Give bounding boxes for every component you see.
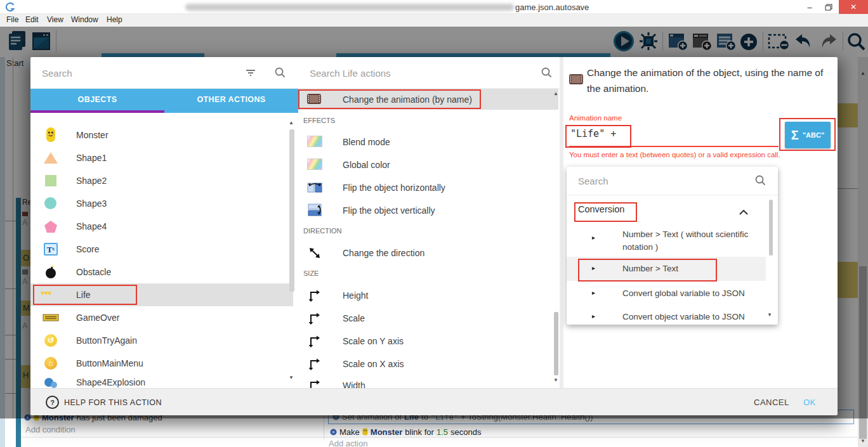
object-row-monster[interactable]: Monster — [30, 124, 293, 146]
action-description: Change the animation of the object, usin… — [587, 65, 836, 96]
blink-text: Make — [339, 427, 360, 437]
action-row-scale-y[interactable]: Scale on Y axis — [298, 330, 553, 353]
expression-search-input[interactable] — [577, 172, 742, 190]
expand-arrow-icon[interactable]: ▸ — [592, 234, 595, 241]
scroll-up-icon[interactable]: ▲ — [289, 120, 294, 126]
object-row-obstacle[interactable]: Obstacle — [30, 261, 293, 283]
action-row-global-color[interactable]: Global color — [298, 153, 553, 176]
close-button[interactable]: ✕ — [839, 0, 868, 14]
ok-button[interactable]: OK — [803, 398, 816, 407]
expression-item-object-json[interactable]: ▸ Convert object variable to JSON — [567, 306, 766, 325]
blink-object: Monster — [371, 427, 403, 437]
expand-arrow-icon[interactable]: ▸ — [592, 313, 595, 320]
menu-bar: File Edit View Window Help — [0, 14, 868, 27]
tab-objects[interactable]: OBJECTS — [30, 89, 164, 110]
add-condition-placeholder[interactable]: Add condition — [25, 425, 76, 434]
circle-icon — [44, 197, 56, 209]
expression-dropdown: Conversion ▸ Number > Text ( without sci… — [567, 167, 778, 325]
restart-button-icon: ↺ — [44, 334, 57, 347]
expression-item-number-text-nosci[interactable]: ▸ Number > Text ( without scientific not… — [567, 224, 766, 257]
global-color-icon — [307, 159, 322, 170]
explosion-icon — [44, 377, 58, 388]
menu-window[interactable]: Window — [71, 15, 98, 24]
action-row-scale-x[interactable]: Scale on X axis — [298, 353, 553, 375]
object-row-shape4explosion[interactable]: Shape4Explosion — [30, 375, 293, 388]
pentagon-icon — [44, 221, 57, 233]
square-icon — [45, 175, 56, 186]
actions-search-bar — [298, 57, 560, 89]
object-row-buttonmainmenu[interactable]: ⌂ ButtonMainMenu — [30, 352, 293, 375]
object-row-shape2[interactable]: Shape2 — [30, 169, 293, 192]
filter-icon[interactable] — [245, 68, 256, 80]
scroll-down-icon[interactable]: ▼ — [767, 313, 772, 318]
minimize-button[interactable]: – — [801, 0, 819, 14]
blink-value: 1.5 — [437, 427, 448, 437]
gameover-icon — [43, 313, 59, 325]
section-header-direction: DIRECTION — [303, 227, 342, 235]
annotation-box-number-text — [578, 259, 717, 282]
blink-text: seconds — [450, 427, 481, 437]
menu-view[interactable]: View — [47, 15, 63, 24]
film-icon — [569, 74, 583, 87]
maximize-button[interactable] — [820, 0, 838, 14]
menu-file[interactable]: File — [6, 15, 18, 24]
objects-search-input[interactable] — [41, 64, 231, 82]
object-row-shape4[interactable]: Shape4 — [30, 215, 293, 238]
menu-edit[interactable]: Edit — [25, 15, 39, 24]
object-row-buttontryagain[interactable]: ↺ ButtonTryAgain — [30, 329, 293, 352]
actions-search-input[interactable] — [308, 64, 518, 82]
blink-action-row[interactable]: Make Monster blink for 1.5 seconds — [330, 426, 481, 437]
objects-scrollbar-thumb[interactable] — [289, 129, 294, 292]
action-icon — [330, 429, 337, 436]
help-button[interactable]: ? HELP FOR THIS ACTION — [46, 389, 162, 415]
cancel-button[interactable]: CANCEL — [754, 398, 789, 407]
expression-item-global-json[interactable]: ▸ Convert global variable to JSON — [567, 282, 766, 305]
add-action-placeholder[interactable]: Add action — [329, 439, 367, 447]
expand-arrow-icon[interactable]: ▸ — [592, 289, 595, 296]
action-row-scale[interactable]: Scale — [298, 307, 553, 330]
resize-icon — [308, 358, 320, 373]
action-row-blend-mode[interactable]: Blend mode — [298, 131, 553, 153]
section-header-size: SIZE — [303, 269, 319, 277]
resize-icon — [308, 335, 320, 350]
tab-other-actions[interactable]: OTHER ACTIONS — [164, 89, 298, 110]
scroll-up-icon[interactable]: ▲ — [553, 91, 558, 96]
action-editor-dialog: OBJECTS OTHER ACTIONS Monster Shape1 Sha… — [30, 57, 838, 415]
blend-mode-icon — [307, 136, 322, 147]
scroll-down-icon[interactable]: ▼ — [553, 378, 558, 383]
object-row-gameover[interactable]: GameOver — [30, 306, 293, 329]
scroll-down-icon[interactable]: ▼ — [860, 439, 865, 444]
parameters-panel: Change the animation of the object, usin… — [563, 57, 838, 388]
objects-search-bar — [30, 57, 298, 89]
search-icon[interactable] — [541, 67, 553, 81]
action-row-flip-vertical[interactable]: Flip the object vertically — [298, 199, 553, 222]
resize-icon — [308, 379, 320, 388]
action-row-flip-horizontal[interactable]: Flip the object horizontally — [298, 176, 553, 199]
home-button-icon: ⌂ — [44, 357, 57, 370]
direction-arrow-icon — [308, 247, 321, 262]
object-row-score[interactable]: Tx Score — [30, 238, 293, 261]
flip-horizontal-icon — [307, 181, 322, 196]
annotation-box-expression-button — [779, 118, 836, 151]
object-row-shape3[interactable]: Shape3 — [30, 192, 293, 215]
search-icon[interactable] — [274, 67, 286, 81]
text-object-icon: Tx — [44, 243, 58, 256]
scroll-down-icon[interactable]: ▼ — [289, 375, 294, 380]
action-row-height[interactable]: Height — [298, 284, 553, 307]
row-separator — [21, 437, 858, 437]
search-icon[interactable] — [754, 174, 766, 189]
dropdown-scrollbar-thumb[interactable] — [769, 200, 773, 256]
window-title: game.json.autosave — [515, 3, 589, 12]
actions-scrollbar-thumb[interactable] — [554, 312, 558, 375]
monster-mini-icon — [362, 428, 368, 436]
field-error-text: You must enter a text (between quotes) o… — [569, 151, 805, 160]
annotation-box-animation-name-input — [565, 125, 631, 148]
bomb-icon — [45, 265, 56, 282]
menu-help[interactable]: Help — [107, 15, 122, 24]
help-icon: ? — [46, 396, 59, 409]
resize-icon — [308, 289, 320, 304]
action-row-change-direction[interactable]: Change the direction — [298, 242, 553, 264]
chevron-up-icon[interactable] — [739, 206, 748, 217]
action-row-width[interactable]: Width — [298, 375, 553, 388]
object-row-shape1[interactable]: Shape1 — [30, 146, 293, 169]
